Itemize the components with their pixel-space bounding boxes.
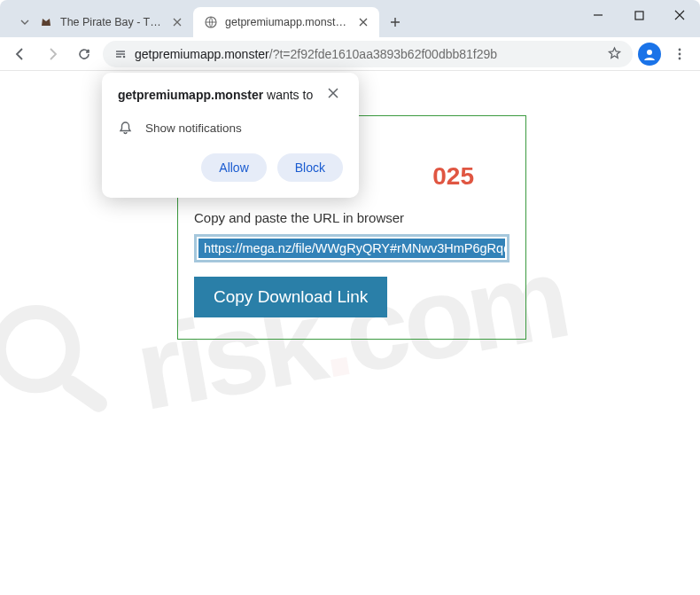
globe-icon bbox=[204, 15, 218, 29]
browser-toolbar: getpremiumapp.monster/?t=2f92fde1610aa38… bbox=[0, 37, 700, 71]
address-bar[interactable]: getpremiumapp.monster/?t=2f92fde1610aa38… bbox=[103, 41, 633, 67]
minimize-button[interactable] bbox=[578, 0, 618, 30]
close-window-button[interactable] bbox=[659, 0, 700, 30]
chevron-down-icon bbox=[18, 15, 32, 29]
permission-item-label: Show notifications bbox=[145, 121, 242, 135]
tab-pirate-bay[interactable]: The Pirate Bay - The galaxy's m bbox=[7, 7, 193, 37]
menu-button[interactable] bbox=[666, 41, 693, 67]
close-icon[interactable] bbox=[170, 15, 184, 29]
bell-icon bbox=[118, 121, 133, 136]
instruction-text: Copy and paste the URL in browser bbox=[194, 210, 509, 225]
tab-title: getpremiumapp.monster/?t=2f bbox=[225, 16, 349, 28]
new-tab-button[interactable] bbox=[383, 10, 408, 35]
block-button[interactable]: Block bbox=[277, 153, 343, 182]
back-button[interactable] bbox=[7, 41, 34, 67]
notification-permission-popup: getpremiumapp.monster wants to Show noti… bbox=[102, 73, 359, 198]
tab-getpremiumapp[interactable]: getpremiumapp.monster/?t=2f bbox=[193, 7, 379, 37]
allow-button[interactable]: Allow bbox=[201, 153, 266, 182]
svg-point-4 bbox=[679, 48, 681, 51]
copy-download-link-button[interactable]: Copy Download Link bbox=[194, 277, 387, 317]
tab-title: The Pirate Bay - The galaxy's m bbox=[60, 16, 163, 28]
forward-button[interactable] bbox=[39, 41, 66, 67]
download-url: https://mega.nz/file/WWgRyQRY#rMNwv3HmP6… bbox=[198, 239, 505, 258]
profile-avatar[interactable] bbox=[638, 43, 661, 66]
url-text: getpremiumapp.monster/?t=2f92fde1610aa38… bbox=[135, 47, 600, 61]
svg-rect-8 bbox=[58, 372, 110, 415]
site-favicon bbox=[39, 15, 53, 29]
permission-prompt-text: getpremiumapp.monster wants to bbox=[118, 87, 313, 105]
window-controls bbox=[578, 0, 700, 30]
svg-point-5 bbox=[679, 52, 681, 55]
close-icon[interactable] bbox=[356, 15, 370, 29]
maximize-button[interactable] bbox=[618, 0, 659, 30]
close-icon[interactable] bbox=[327, 87, 343, 99]
site-settings-icon[interactable] bbox=[113, 47, 128, 61]
titlebar: The Pirate Bay - The galaxy's m getpremi… bbox=[0, 0, 700, 37]
star-icon[interactable] bbox=[607, 46, 622, 61]
svg-point-3 bbox=[647, 50, 652, 55]
reload-button[interactable] bbox=[71, 41, 97, 67]
url-box[interactable]: https://mega.nz/file/WWgRyQRY#rMNwv3HmP6… bbox=[194, 234, 509, 262]
svg-point-2 bbox=[123, 55, 126, 58]
svg-point-6 bbox=[679, 57, 681, 59]
svg-rect-1 bbox=[635, 12, 643, 20]
svg-point-7 bbox=[0, 306, 78, 391]
